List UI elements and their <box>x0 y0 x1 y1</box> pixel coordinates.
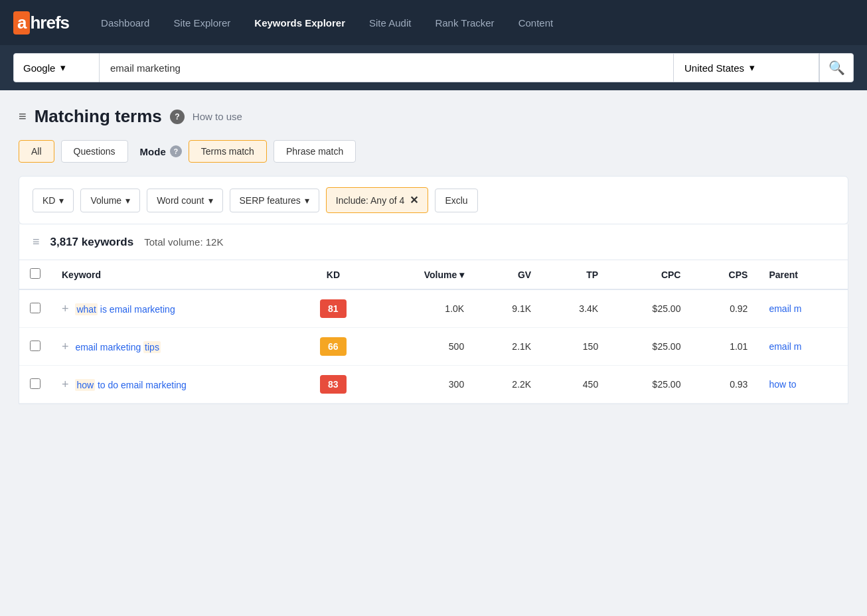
kd-cell-2: 66 <box>293 328 373 366</box>
parent-link-2[interactable]: email m <box>769 341 801 352</box>
keyword-cell-2: + email marketing tips <box>51 328 293 366</box>
serp-arrow-icon: ▾ <box>305 195 309 206</box>
parent-link-3[interactable]: how to <box>769 379 796 390</box>
col-keyword[interactable]: Keyword <box>51 260 293 289</box>
parent-cell-3[interactable]: how to <box>758 366 848 404</box>
search-icon: 🔍 <box>828 60 845 76</box>
serp-features-dropdown[interactable]: SERP features ▾ <box>230 189 319 212</box>
nav-content[interactable]: Content <box>507 12 566 34</box>
exclude-dropdown[interactable]: Exclu <box>435 189 477 212</box>
help-icon[interactable]: ? <box>170 110 185 124</box>
kd-label: KD <box>42 195 55 206</box>
parent-link-1[interactable]: email m <box>769 303 801 314</box>
volume-arrow-icon: ▾ <box>125 195 130 206</box>
kd-cell-3: 83 <box>293 366 373 404</box>
search-input[interactable] <box>110 62 663 74</box>
volume-cell-2: 500 <box>373 328 475 366</box>
kd-dropdown[interactable]: KD ▾ <box>33 189 74 212</box>
add-keyword-icon-2[interactable]: + <box>62 340 69 353</box>
country-label: United States <box>684 62 744 74</box>
keywords-table-wrap: Keyword KD Volume ▾ GV TP CPC CPS Parent <box>19 260 848 404</box>
table-header-row: Keyword KD Volume ▾ GV TP CPC CPS Parent <box>19 260 848 289</box>
word-count-arrow-icon: ▾ <box>208 195 213 206</box>
include-close-icon[interactable]: ✕ <box>410 194 418 206</box>
cps-cell-2: 1.01 <box>691 328 758 366</box>
gv-cell-1: 9.1K <box>475 289 542 328</box>
engine-arrow: ▾ <box>60 62 66 74</box>
parent-cell-1[interactable]: email m <box>758 289 848 328</box>
cpc-cell-3: $25.00 <box>609 366 691 404</box>
keyword-link-2[interactable]: email marketing tips <box>75 341 161 353</box>
col-volume[interactable]: Volume ▾ <box>373 260 475 289</box>
parent-cell-2[interactable]: email m <box>758 328 848 366</box>
nav-rank-tracker[interactable]: Rank Tracker <box>423 12 506 34</box>
volume-dropdown[interactable]: Volume ▾ <box>80 189 140 212</box>
nav-keywords-explorer[interactable]: Keywords Explorer <box>242 12 357 34</box>
row-checkbox-cell-2[interactable] <box>19 328 51 366</box>
table-row: + how to do email marketing 83 300 2.2K … <box>19 366 848 404</box>
cps-cell-3: 0.93 <box>691 366 758 404</box>
main-content: ≡ Matching terms ? How to use All Questi… <box>0 90 867 420</box>
logo[interactable]: a hrefs <box>13 11 69 35</box>
country-select[interactable]: United States ▾ <box>673 53 819 82</box>
sidebar-toggle-icon[interactable]: ≡ <box>19 109 27 124</box>
col-kd[interactable]: KD <box>293 260 373 289</box>
volume-sort-icon: ▾ <box>459 270 464 280</box>
add-keyword-icon-3[interactable]: + <box>62 378 69 391</box>
kd-arrow-icon: ▾ <box>59 195 64 206</box>
total-volume: Total volume: 12K <box>144 236 223 248</box>
filter-row: All Questions Mode ? Terms match Phrase … <box>19 140 848 163</box>
volume-cell-3: 300 <box>373 366 475 404</box>
kd-badge-3: 83 <box>320 375 347 394</box>
filter-dropdowns: KD ▾ Volume ▾ Word count ▾ SERP features… <box>19 176 848 224</box>
keywords-count: 3,817 keywords <box>50 236 134 249</box>
tab-all[interactable]: All <box>19 140 54 163</box>
row-checkbox-cell-3[interactable] <box>19 366 51 404</box>
results-menu-icon[interactable]: ≡ <box>33 235 40 249</box>
search-input-wrap <box>100 53 673 82</box>
keyword-link-3[interactable]: how to do email marketing <box>75 379 186 391</box>
serp-label: SERP features <box>240 195 301 206</box>
col-cpc[interactable]: CPC <box>609 260 691 289</box>
how-to-use-link[interactable]: How to use <box>193 111 242 122</box>
mode-help-icon[interactable]: ? <box>170 145 182 157</box>
nav-site-audit[interactable]: Site Audit <box>357 12 423 34</box>
search-button[interactable]: 🔍 <box>819 53 854 82</box>
engine-select[interactable]: Google ▾ <box>13 53 100 82</box>
row-checkbox-1[interactable] <box>30 303 40 313</box>
logo-hrefs: hrefs <box>30 13 69 33</box>
top-navigation: a hrefs Dashboard Site Explorer Keywords… <box>0 0 867 45</box>
word-count-dropdown[interactable]: Word count ▾ <box>147 189 222 212</box>
col-tp[interactable]: TP <box>542 260 609 289</box>
nav-dashboard[interactable]: Dashboard <box>89 12 161 34</box>
mode-label: Mode ? <box>140 145 182 157</box>
results-summary: ≡ 3,817 keywords Total volume: 12K <box>19 224 848 260</box>
col-cps[interactable]: CPS <box>691 260 758 289</box>
nav-items: Dashboard Site Explorer Keywords Explore… <box>89 12 854 34</box>
kd-cell-1: 81 <box>293 289 373 328</box>
engine-label: Google <box>23 62 55 74</box>
row-checkbox-cell-1[interactable] <box>19 289 51 328</box>
volume-label: Volume <box>90 195 121 206</box>
col-parent[interactable]: Parent <box>758 260 848 289</box>
row-checkbox-3[interactable] <box>30 378 40 389</box>
mode-terms-match[interactable]: Terms match <box>189 140 267 163</box>
search-bar: Google ▾ United States ▾ 🔍 <box>0 45 867 90</box>
table-row: + what is email marketing 81 1.0K 9.1K 3… <box>19 289 848 328</box>
row-checkbox-2[interactable] <box>30 341 40 351</box>
tab-questions[interactable]: Questions <box>61 140 128 163</box>
mode-phrase-match[interactable]: Phrase match <box>274 140 356 163</box>
volume-cell-1: 1.0K <box>373 289 475 328</box>
col-gv[interactable]: GV <box>475 260 542 289</box>
nav-site-explorer[interactable]: Site Explorer <box>161 12 242 34</box>
keyword-link-1[interactable]: what is email marketing <box>75 303 175 315</box>
add-keyword-icon-1[interactable]: + <box>62 302 69 315</box>
select-all-checkbox[interactable] <box>30 268 40 279</box>
include-filter[interactable]: Include: Any of 4 ✕ <box>326 187 429 213</box>
table-row: + email marketing tips 66 500 2.1K 150 $… <box>19 328 848 366</box>
kd-badge-1: 81 <box>320 299 347 318</box>
select-all-header[interactable] <box>19 260 51 289</box>
tp-cell-2: 150 <box>542 328 609 366</box>
gv-cell-2: 2.1K <box>475 328 542 366</box>
tp-cell-1: 3.4K <box>542 289 609 328</box>
